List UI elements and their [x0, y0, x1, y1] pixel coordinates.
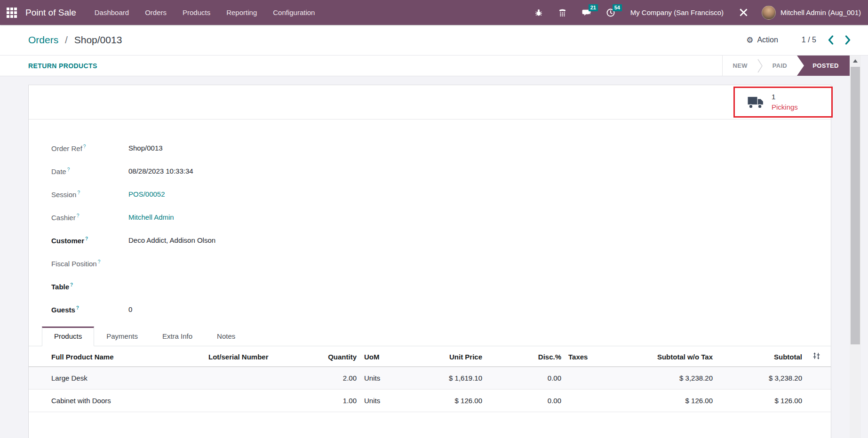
user-menu[interactable]: Mitchell Admin (Aug_001) — [780, 8, 861, 16]
field-guests: Guests? 0 — [51, 298, 831, 321]
field-label: Order Ref? — [51, 144, 128, 152]
pickings-smart-button[interactable]: 1 Pickings — [733, 87, 833, 118]
tab-products[interactable]: Products — [42, 327, 94, 346]
field-label: Customer? — [51, 236, 128, 245]
field-value-cashier-link[interactable]: Mitchell Admin — [128, 213, 174, 221]
top-navbar: Point of Sale Dashboard Orders Products … — [0, 0, 868, 25]
menu-item-reporting[interactable]: Reporting — [218, 0, 265, 25]
status-step-posted[interactable]: POSTED — [797, 56, 850, 76]
help-icon: ? — [76, 305, 79, 311]
messages-badge: 21 — [589, 4, 598, 11]
cell-disc: 0.00 — [482, 367, 561, 390]
field-fiscal-position: Fiscal Position? — [51, 252, 831, 275]
breadcrumb-separator: / — [65, 34, 68, 45]
help-icon: ? — [77, 213, 80, 218]
cell-disc: 0.00 — [482, 390, 561, 412]
cell-lot — [180, 367, 303, 390]
voip-phone-icon[interactable] — [557, 7, 568, 18]
field-label: Table? — [51, 282, 128, 291]
vertical-scrollbar[interactable] — [850, 56, 861, 438]
cell-uom: Units — [357, 390, 402, 412]
col-header-unit-price[interactable]: Unit Price — [402, 346, 482, 367]
content-area: 1 Pickings Order Ref? Shop/0013 Date? 08… — [0, 76, 850, 438]
page-title: Shop/0013 — [74, 34, 122, 45]
field-value-order-ref[interactable]: Shop/0013 — [128, 144, 163, 152]
cell-subtotal-wo-tax: $ 126.00 — [606, 390, 713, 412]
status-step-new[interactable]: NEW — [723, 62, 757, 69]
field-date: Date? 08/28/2023 10:33:34 — [51, 159, 831, 183]
tab-notes[interactable]: Notes — [205, 327, 247, 346]
column-sliders-icon — [812, 352, 820, 360]
field-value-session-link[interactable]: POS/00052 — [128, 190, 165, 198]
cell-lot — [180, 390, 303, 412]
col-header-subtotal[interactable]: Subtotal — [713, 346, 802, 367]
col-header-lot-serial[interactable]: Lot/serial Number — [180, 346, 303, 367]
field-value-customer[interactable]: Deco Addict, Addison Olson — [128, 236, 215, 244]
activities-clock-icon[interactable]: 54 — [605, 7, 616, 18]
cell-taxes — [561, 367, 606, 390]
pager-next-button[interactable] — [845, 35, 851, 45]
form-fields: Order Ref? Shop/0013 Date? 08/28/2023 10… — [29, 119, 831, 321]
breadcrumb-orders-link[interactable]: Orders — [28, 34, 58, 45]
cell-subtotal-wo-tax: $ 3,238.20 — [606, 367, 713, 390]
col-header-disc[interactable]: Disc.% — [482, 346, 561, 367]
action-label: Action — [757, 36, 778, 44]
pickings-label: Pickings — [772, 102, 798, 112]
return-products-button[interactable]: RETURN PRODUCTS — [28, 62, 97, 70]
tools-wrench-icon[interactable] — [738, 7, 749, 18]
pager-previous-button[interactable] — [828, 35, 834, 45]
help-icon: ? — [98, 259, 101, 264]
form-statusbar-row: RETURN PRODUCTS NEW PAID POSTED — [0, 56, 850, 76]
field-value-guests[interactable]: 0 — [128, 305, 132, 313]
col-header-quantity[interactable]: Quantity — [303, 346, 357, 367]
field-session: Session? POS/00052 — [51, 183, 831, 206]
field-label: Guests? — [51, 305, 128, 314]
chevron-right-icon — [845, 35, 851, 45]
optional-columns-button[interactable] — [802, 346, 831, 367]
messages-chat-icon[interactable]: 21 — [581, 7, 592, 18]
field-label: Date? — [51, 167, 128, 175]
user-avatar[interactable] — [762, 6, 776, 20]
field-label: Session? — [51, 190, 128, 199]
field-label: Fiscal Position? — [51, 259, 128, 268]
col-header-taxes[interactable]: Taxes — [561, 346, 606, 367]
action-menu-button[interactable]: ⚙ Action — [746, 36, 778, 44]
status-step-paid[interactable]: PAID — [763, 62, 797, 69]
activities-badge: 54 — [613, 4, 622, 11]
company-switcher[interactable]: My Company (San Francisco) — [630, 8, 724, 16]
notebook-tabs: Products Payments Extra Info Notes — [29, 327, 831, 346]
apps-grid-icon[interactable] — [6, 7, 18, 19]
col-header-subtotal-wo-tax[interactable]: Subtotal w/o Tax — [606, 346, 713, 367]
app-title[interactable]: Point of Sale — [25, 8, 76, 18]
table-row[interactable]: Large Desk 2.00 Units $ 1,619.10 0.00 $ … — [29, 367, 831, 390]
debug-bug-icon[interactable] — [533, 7, 544, 18]
control-panel: Orders / Shop/0013 ⚙ Action 1 / 5 — [0, 25, 868, 56]
status-separator-icon — [757, 59, 763, 73]
cell-unit-price: $ 1,619.10 — [402, 367, 482, 390]
truck-icon — [747, 96, 764, 109]
scrollbar-up-arrow-icon[interactable] — [850, 56, 861, 66]
cell-taxes — [561, 390, 606, 412]
scrollbar-thumb[interactable] — [851, 67, 860, 344]
menu-item-orders[interactable]: Orders — [137, 0, 175, 25]
menu-item-products[interactable]: Products — [175, 0, 218, 25]
col-header-uom[interactable]: UoM — [357, 346, 402, 367]
breadcrumb: Orders / Shop/0013 — [28, 34, 122, 46]
table-header-row: Full Product Name Lot/serial Number Quan… — [29, 346, 831, 367]
cell-subtotal: $ 3,238.20 — [713, 367, 802, 390]
tab-extra-info[interactable]: Extra Info — [150, 327, 205, 346]
table-row[interactable]: Cabinet with Doors 1.00 Units $ 126.00 0… — [29, 390, 831, 412]
control-panel-right: ⚙ Action 1 / 5 — [746, 35, 851, 45]
field-table: Table? — [51, 275, 831, 298]
statusbar: NEW PAID POSTED — [722, 56, 850, 76]
button-box: 1 Pickings — [29, 85, 831, 119]
field-cashier: Cashier? Mitchell Admin — [51, 206, 831, 229]
tab-payments[interactable]: Payments — [94, 327, 150, 346]
field-value-date[interactable]: 08/28/2023 10:33:34 — [128, 167, 193, 175]
menu-item-configuration[interactable]: Configuration — [265, 0, 323, 25]
col-header-full-product-name[interactable]: Full Product Name — [29, 346, 180, 367]
help-icon: ? — [77, 190, 80, 195]
help-icon: ? — [67, 167, 70, 172]
menu-item-dashboard[interactable]: Dashboard — [87, 0, 137, 25]
main-menu: Dashboard Orders Products Reporting Conf… — [87, 0, 323, 25]
